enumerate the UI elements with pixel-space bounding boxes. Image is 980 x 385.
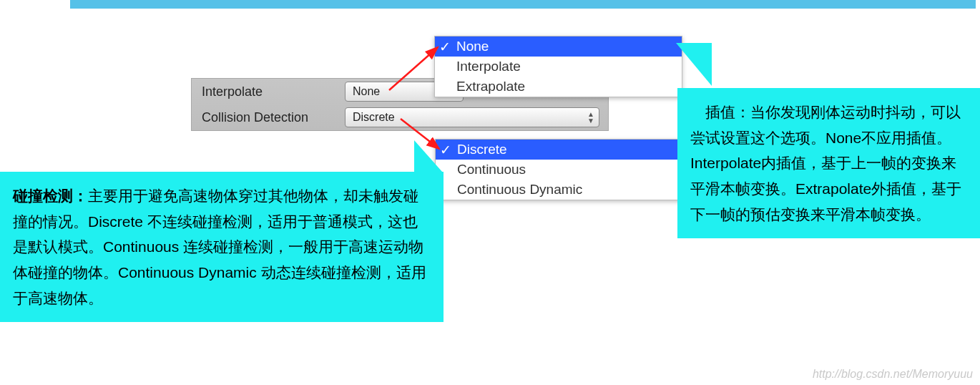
interpolate-callout-tail xyxy=(676,43,712,86)
collision-row: Collision Detection Discrete ▲▼ xyxy=(192,104,608,130)
collision-option-continuous[interactable]: Continuous xyxy=(436,160,682,180)
top-accent-bar xyxy=(70,0,976,9)
callout-body: 插值：当你发现刚体运动时抖动，可以尝试设置这个选项。None不应用插值。Inte… xyxy=(690,104,961,223)
menu-item-label: Continuous Dynamic xyxy=(457,182,582,198)
updown-icon: ▲▼ xyxy=(587,111,594,124)
collision-label: Collision Detection xyxy=(192,110,345,125)
interpolate-option-none[interactable]: ✓ None xyxy=(435,36,682,57)
menu-item-label: Interpolate xyxy=(456,59,521,74)
interpolate-option-extrapolate[interactable]: Extrapolate xyxy=(435,77,682,97)
interpolate-dropdown-value: None xyxy=(353,85,380,98)
collision-callout: 碰撞检测：主要用于避免高速物体穿过其他物体，却未触发碰撞的情况。Discrete… xyxy=(0,172,444,322)
menu-item-label: Extrapolate xyxy=(456,79,525,94)
collision-option-discrete[interactable]: ✓ Discrete xyxy=(436,140,682,160)
collision-dropdown-value: Discrete xyxy=(353,111,395,124)
interpolate-menu: ✓ None Interpolate Extrapolate xyxy=(434,36,682,97)
interpolate-label: Interpolate xyxy=(192,84,345,99)
interpolate-option-interpolate[interactable]: Interpolate xyxy=(435,57,682,77)
menu-item-label: Continuous xyxy=(457,162,526,177)
check-icon: ✓ xyxy=(439,39,451,55)
collision-dropdown[interactable]: Discrete ▲▼ xyxy=(345,107,599,127)
callout-title: 碰撞检测： xyxy=(13,187,88,204)
watermark-text: http://blog.csdn.net/Memoryuuu xyxy=(813,368,973,381)
interpolate-callout: 插值：当你发现刚体运动时抖动，可以尝试设置这个选项。None不应用插值。Inte… xyxy=(677,88,980,238)
collision-menu: ✓ Discrete Continuous Continuous Dynamic xyxy=(435,139,683,200)
menu-item-label: Discrete xyxy=(457,142,507,157)
collision-option-continuous-dynamic[interactable]: Continuous Dynamic xyxy=(436,180,682,200)
collision-callout-tail xyxy=(414,140,443,172)
menu-item-label: None xyxy=(456,39,489,54)
callout-body: 主要用于避免高速物体穿过其他物体，却未触发碰撞的情况。Discrete 不连续碰… xyxy=(13,187,426,306)
